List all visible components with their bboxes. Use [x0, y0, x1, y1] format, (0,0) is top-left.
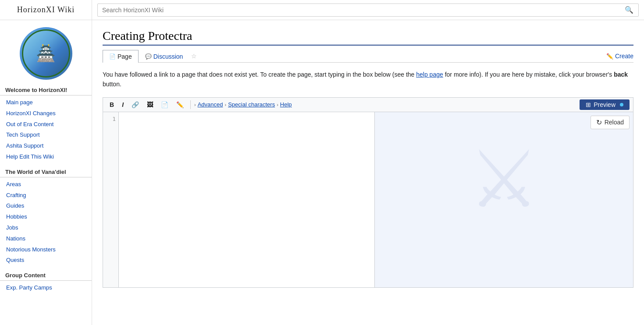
- reload-button[interactable]: ↻ Reload: [591, 116, 630, 129]
- special-chars-chevron: ›: [225, 102, 227, 107]
- line-number-1: 1: [112, 116, 116, 122]
- sidebar-item-ashita-support[interactable]: Ashita Support: [0, 141, 92, 152]
- discussion-tab-icon: 💬: [145, 53, 152, 60]
- sidebar-item-main-page[interactable]: Main page: [0, 97, 92, 108]
- editor-gutter: 1: [103, 112, 119, 287]
- sidebar-item-out-of-era[interactable]: Out of Era Content: [0, 119, 92, 130]
- bold-button[interactable]: B: [107, 99, 117, 110]
- reload-icon: ↻: [596, 118, 602, 127]
- sidebar-item-changes[interactable]: HorizonXI Changes: [0, 108, 92, 119]
- site-title: HorizonXI Wiki: [0, 0, 92, 20]
- sidebar-item-nations[interactable]: Nations: [0, 233, 92, 244]
- sidebar-welcome: Welcome to HorizonXI!: [0, 84, 92, 95]
- italic-button[interactable]: I: [119, 99, 127, 110]
- image-button[interactable]: 🖼: [144, 99, 156, 110]
- media-button[interactable]: 📄: [158, 99, 171, 110]
- tab-discussion[interactable]: 💬 Discussion: [139, 50, 190, 63]
- special-chars-label: Special characters: [228, 101, 275, 108]
- sidebar-item-guides[interactable]: Guides: [0, 201, 92, 212]
- preview-watermark: [375, 112, 633, 287]
- sidebar-item-hobbies[interactable]: Hobbies: [0, 212, 92, 223]
- tab-discussion-label: Discussion: [153, 53, 183, 60]
- sidebar: 🏯 Welcome to HorizonXI! Main page Horizo…: [0, 20, 92, 325]
- sidebar-item-quests[interactable]: Quests: [0, 255, 92, 266]
- page-tabs: 📄 Page 💬 Discussion ☆ ✏️ Create: [103, 50, 633, 63]
- star-icon[interactable]: ☆: [191, 53, 197, 60]
- help-link[interactable]: Help: [280, 101, 292, 108]
- special-chars-link[interactable]: Special characters: [228, 101, 275, 108]
- search-button[interactable]: 🔍: [625, 6, 633, 14]
- editor-container: 1 ↻ Reload: [103, 112, 633, 288]
- preview-button[interactable]: ⊞ Preview: [580, 99, 630, 110]
- link-button[interactable]: 🔗: [128, 99, 142, 110]
- page-title: Creating Protectra: [103, 29, 633, 46]
- advanced-label: Advanced: [198, 101, 223, 108]
- toolbar-separator-1: [190, 100, 191, 109]
- sidebar-item-jobs[interactable]: Jobs: [0, 223, 92, 233]
- sidebar-logo: 🏯: [0, 20, 92, 84]
- help-page-link[interactable]: help page: [416, 71, 443, 78]
- sidebar-item-exp-party[interactable]: Exp. Party Camps: [0, 283, 92, 293]
- tab-page[interactable]: 📄 Page: [103, 50, 139, 63]
- help-chevron: ›: [277, 102, 278, 107]
- logo-inner: 🏯: [22, 29, 70, 78]
- sidebar-item-areas[interactable]: Areas: [0, 179, 92, 190]
- sidebar-item-tech-support[interactable]: Tech Support: [0, 130, 92, 141]
- create-icon: ✏️: [606, 53, 613, 60]
- sidebar-item-notorious-monsters[interactable]: Notorious Monsters: [0, 244, 92, 255]
- create-label: Create: [615, 53, 633, 60]
- help-label: Help: [280, 101, 292, 108]
- create-button[interactable]: ✏️ Create: [606, 53, 633, 60]
- preview-icon: ⊞: [586, 101, 591, 108]
- advanced-link[interactable]: Advanced: [198, 101, 223, 108]
- reload-label: Reload: [605, 119, 624, 126]
- advanced-chevron: ›: [194, 102, 196, 107]
- preview-label: Preview: [594, 101, 616, 108]
- search-input[interactable]: [97, 4, 639, 17]
- tab-page-label: Page: [117, 53, 132, 60]
- preview-dot: [620, 103, 623, 106]
- page-tab-icon: 📄: [109, 53, 116, 60]
- editor-preview-pane: ↻ Reload: [374, 112, 633, 287]
- content-area: Creating Protectra 📄 Page 💬 Discussion ☆…: [92, 20, 644, 325]
- sidebar-world-section: The World of Vana'diel: [0, 164, 92, 177]
- sidebar-group-section: Group Content: [0, 268, 92, 281]
- editor-toolbar: B I 🔗 🖼 📄 ✏️ › Advanced › Special charac…: [103, 97, 633, 112]
- notice-text: You have followed a link to a page that …: [103, 70, 633, 89]
- logo-image: 🏯: [20, 27, 72, 80]
- search-area: 🔍: [92, 4, 644, 17]
- editor-textarea[interactable]: [119, 112, 374, 287]
- sidebar-item-crafting[interactable]: Crafting: [0, 190, 92, 201]
- pencil-button[interactable]: ✏️: [173, 99, 187, 110]
- sidebar-item-help-edit[interactable]: Help Edit This Wiki: [0, 152, 92, 162]
